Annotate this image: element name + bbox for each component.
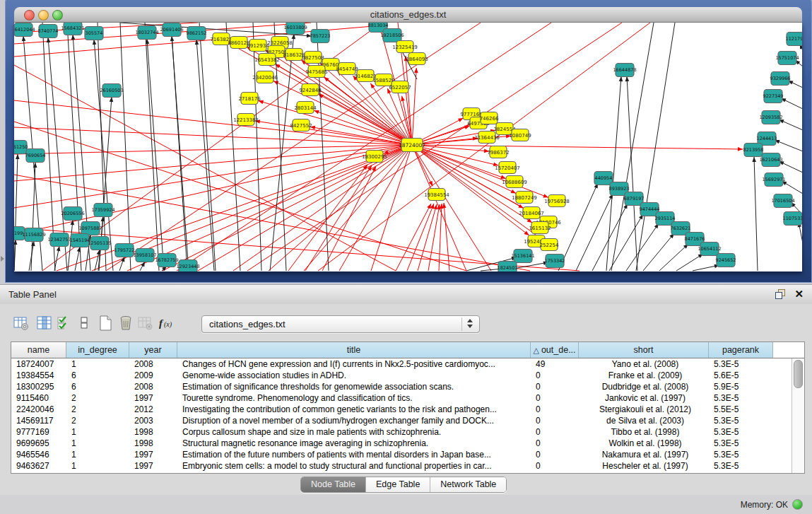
table-cell[interactable]: 19384554 <box>11 370 66 381</box>
scrollbar-thumb[interactable] <box>794 360 803 388</box>
graph-node[interactable]: 305574 <box>85 27 103 40</box>
table-cell[interactable]: 5.3E-5 <box>709 426 773 438</box>
table-cell[interactable]: 22420046 <box>11 404 66 415</box>
graph-node[interactable]: 9475685 <box>305 66 327 78</box>
table-row[interactable]: 1938455462009Genome-wide association stu… <box>11 370 792 381</box>
graph-node[interactable]: 12505135 <box>88 237 111 250</box>
table-cell[interactable]: 5.6E-5 <box>709 370 773 381</box>
column-header-out_de[interactable]: △out_de... <box>531 342 579 358</box>
graph-node[interactable]: 17359924 <box>91 204 114 217</box>
table-cell[interactable]: 1997 <box>129 449 177 460</box>
table-cell[interactable]: Structural magnetic resonance image aver… <box>177 438 531 449</box>
table-cell[interactable]: 0 <box>531 438 579 449</box>
table-cell[interactable]: de Silva et al. (2003) <box>579 415 709 426</box>
table-cell[interactable]: 0 <box>531 392 579 404</box>
table-cell[interactable]: Genome-wide association studies in ADHD. <box>177 370 531 381</box>
table-cell[interactable]: 1997 <box>129 460 177 472</box>
column-header-in_degree[interactable]: in_degree <box>66 342 129 358</box>
graph-node[interactable]: 1545194 <box>70 234 90 247</box>
table-cell[interactable]: 14569117 <box>11 415 66 426</box>
network-canvas[interactable]: 1664487811217971575107493299669227349120… <box>14 23 802 271</box>
graph-node[interactable]: 1753342 <box>545 255 565 268</box>
table-cell[interactable]: 0 <box>531 415 579 426</box>
table-cell[interactable]: 5.9E-5 <box>709 381 773 392</box>
table-cell[interactable]: 0 <box>531 449 579 460</box>
graph-node[interactable]: 16782759 <box>155 254 178 267</box>
table-cell[interactable]: 2 <box>66 404 129 415</box>
table-row[interactable]: 1872400712008Changes of HCN gene express… <box>11 358 792 370</box>
table-cell[interactable]: Corpus callosum shape and size in male p… <box>177 426 531 438</box>
table-cell[interactable]: 0 <box>531 381 579 392</box>
tab-node-table[interactable]: Node Table <box>301 477 366 492</box>
graph-node[interactable]: 9245652 <box>716 254 736 267</box>
table-selector[interactable]: citations_edges.txt <box>201 315 480 333</box>
table-cell[interactable]: 5.3E-5 <box>709 460 773 472</box>
graph-node[interactable]: 11156829 <box>22 228 45 242</box>
table-cell[interactable]: 2009 <box>129 370 177 381</box>
table-cell[interactable]: 0 <box>531 370 579 381</box>
graph-node[interactable]: 15684321 <box>61 23 84 35</box>
table-cell[interactable]: Changes of HCN gene expression and I(f) … <box>177 358 531 370</box>
graph-node[interactable]: 9227349 <box>763 90 784 103</box>
graph-node[interactable]: 16210643 <box>759 153 782 167</box>
table-cell[interactable]: Nakamura et al. (1997) <box>579 449 709 460</box>
table-mode-icon[interactable] <box>11 314 30 333</box>
table-cell[interactable]: Estimation of significance thresholds fo… <box>177 381 531 392</box>
table-cell[interactable]: 9465546 <box>11 449 66 460</box>
graph-node[interactable]: 19756928 <box>544 195 570 207</box>
graph-node[interactable]: 6522057 <box>389 81 411 93</box>
table-cell[interactable]: 18724007 <box>11 358 66 370</box>
table-cell[interactable]: Investigating the contribution of common… <box>177 404 531 415</box>
table-row[interactable]: 1830029562008Estimation of significance … <box>11 381 792 392</box>
graph-node[interactable]: 7690654 <box>25 149 46 163</box>
column-header-short[interactable]: short <box>579 342 709 358</box>
table-cell[interactable]: 1 <box>66 438 129 449</box>
delete-table-icon[interactable] <box>136 314 155 333</box>
graph-node[interactable]: 16412044 <box>14 23 35 37</box>
table-cell[interactable]: 1998 <box>129 426 177 438</box>
graph-node[interactable]: 10975887 <box>78 222 102 235</box>
table-cell[interactable]: 2003 <box>129 415 177 426</box>
tab-edge-table[interactable]: Edge Table <box>366 477 430 492</box>
show-columns-icon[interactable] <box>35 314 54 333</box>
graph-node[interactable]: 12923448 <box>176 260 199 272</box>
table-row[interactable]: 946554611997Estimation of the future num… <box>11 449 792 460</box>
table-cell[interactable]: 1 <box>66 449 129 460</box>
column-header-pagerank[interactable]: pagerank <box>709 342 773 358</box>
graph-node[interactable]: 1080749 <box>509 129 531 141</box>
table-cell[interactable]: 5.3E-5 <box>709 392 773 404</box>
create-column-icon[interactable] <box>95 314 114 333</box>
window-titlebar[interactable]: citations_edges.txt <box>14 7 802 23</box>
memory-ok-indicator[interactable] <box>792 499 803 510</box>
table-cell[interactable]: 0 <box>531 404 579 415</box>
table-cell[interactable]: 0 <box>531 426 579 438</box>
table-cell[interactable]: Disruption of a novel member of a sodium… <box>177 415 531 426</box>
rows-icon[interactable] <box>75 314 94 333</box>
graph-node[interactable]: 18724007 <box>399 139 425 152</box>
vertical-scrollbar[interactable] <box>792 358 804 473</box>
graph-node[interactable]: 8740774 <box>38 25 59 38</box>
table-cell[interactable]: Jankovic et al. (1997) <box>579 392 709 404</box>
graph-node[interactable]: 1795722 <box>114 244 135 257</box>
column-header-year[interactable]: year <box>129 342 177 358</box>
graph-node[interactable]: 20691406 <box>160 23 183 37</box>
graph-node[interactable]: 15751074 <box>775 52 799 65</box>
row-selection-icon[interactable] <box>54 314 73 333</box>
graph-node[interactable]: 1121797 <box>786 33 802 46</box>
graph-node[interactable]: 1824501 <box>498 262 518 272</box>
graph-node[interactable]: 26160503 <box>100 84 123 98</box>
graph-node[interactable]: 16033809 <box>283 23 307 35</box>
graph-node[interactable]: 2803144 <box>294 102 317 114</box>
graph-node[interactable]: 9242848 <box>299 84 321 96</box>
table-cell[interactable]: 9463627 <box>11 460 66 472</box>
graph-node[interactable]: 7857223 <box>310 30 331 43</box>
graph-node[interactable]: 17016504 <box>771 194 794 208</box>
table-cell[interactable]: 2012 <box>129 404 177 415</box>
table-cell[interactable]: Hescheler et al. (1997) <box>579 460 709 472</box>
table-row[interactable]: 911546021997Tourette syndrome. Phenomeno… <box>11 392 792 404</box>
table-cell[interactable]: 5.3E-5 <box>709 438 773 449</box>
column-header-name[interactable]: name <box>11 342 66 358</box>
table-cell[interactable]: Yano et al. (2008) <box>579 358 709 370</box>
function-builder-icon[interactable]: f(x) <box>157 314 176 333</box>
graph-node[interactable]: 1107533 <box>783 212 802 226</box>
